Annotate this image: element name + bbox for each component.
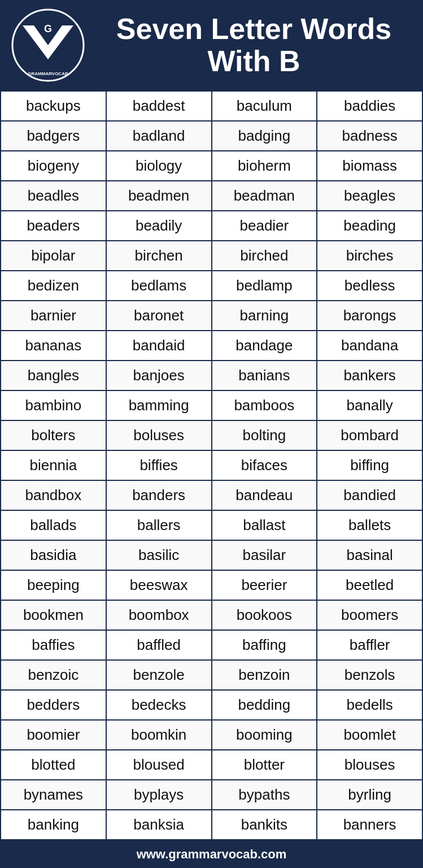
word-cell: bandeau xyxy=(212,480,317,510)
table-row: bambinobammingbamboosbanally xyxy=(1,390,422,420)
word-cell: blotted xyxy=(1,750,106,780)
table-row: banglesbanjoesbaniansbankers xyxy=(1,361,422,390)
table-row: bankingbanksiabankitsbanners xyxy=(1,810,422,840)
word-cell: biology xyxy=(106,151,212,181)
table-row: boomierboomkinboomingboomlet xyxy=(1,720,422,750)
word-cell: bangles xyxy=(1,361,106,390)
word-cell: beetled xyxy=(317,570,422,600)
word-cell: benzole xyxy=(106,660,212,690)
word-cell: biffing xyxy=(317,450,422,480)
word-cell: banders xyxy=(106,480,212,510)
word-cell: biomass xyxy=(317,151,422,181)
svg-text:GRAMMARVOCAB: GRAMMARVOCAB xyxy=(28,71,68,76)
table-row: blottedblousedblotterblouses xyxy=(1,750,422,780)
word-cell: barnier xyxy=(1,301,106,331)
word-cell: beeping xyxy=(1,570,106,600)
word-cell: bandana xyxy=(317,331,422,361)
word-cell: baddest xyxy=(106,91,212,121)
word-cell: bolting xyxy=(212,420,317,450)
word-cell: boomier xyxy=(1,720,106,750)
word-cell: bipolar xyxy=(1,241,106,271)
word-cell: blotter xyxy=(212,750,317,780)
word-cell: baffies xyxy=(1,630,106,660)
table-row: bienniabiffiesbifacesbiffing xyxy=(1,450,422,480)
word-cell: bankits xyxy=(212,810,317,840)
word-cell: ballast xyxy=(212,510,317,540)
word-cell: bombard xyxy=(317,420,422,450)
table-row: bynamesbyplaysbypathsbyrling xyxy=(1,780,422,810)
word-cell: badness xyxy=(317,121,422,151)
table-row: barnierbaronetbarningbarongs xyxy=(1,301,422,331)
word-cell: boombox xyxy=(106,600,212,630)
svg-text:G: G xyxy=(44,23,52,34)
word-cell: birches xyxy=(317,241,422,271)
word-cell: beeswax xyxy=(106,570,212,600)
word-cell: bedecks xyxy=(106,690,212,720)
word-cell: baronet xyxy=(106,301,212,331)
word-cell: boomers xyxy=(317,600,422,630)
word-cell: badgers xyxy=(1,121,106,151)
word-cell: bedders xyxy=(1,690,106,720)
header: G GRAMMARVOCAB Seven Letter Words With B xyxy=(0,0,423,90)
word-cell: barongs xyxy=(317,301,422,331)
word-cell: biffies xyxy=(106,450,212,480)
word-cell: biennia xyxy=(1,450,106,480)
footer: www.grammarvocab.com xyxy=(0,840,423,868)
word-cell: bedding xyxy=(212,690,317,720)
word-cell: bamming xyxy=(106,390,212,420)
word-cell: basidia xyxy=(1,540,106,570)
word-cell: banians xyxy=(212,361,317,390)
table-row: bedizenbedlamsbedlampbedless xyxy=(1,271,422,301)
word-cell: bedells xyxy=(317,690,422,720)
word-cell: birched xyxy=(212,241,317,271)
table-row: baffiesbaffledbaffingbaffler xyxy=(1,630,422,660)
word-cell: beading xyxy=(317,211,422,241)
word-cell: beerier xyxy=(212,570,317,600)
word-cell: beagles xyxy=(317,181,422,211)
word-table: backupsbaddestbaculumbaddiesbadgersbadla… xyxy=(0,90,423,840)
word-cell: banners xyxy=(317,810,422,840)
word-cell: bedless xyxy=(317,271,422,301)
footer-url: www.grammarvocab.com xyxy=(137,847,287,861)
table-row: bookmenboomboxbookoosboomers xyxy=(1,600,422,630)
word-cell: beadily xyxy=(106,211,212,241)
table-row: boltersbolusesboltingbombard xyxy=(1,420,422,450)
word-cell: baddies xyxy=(317,91,422,121)
word-cell: banally xyxy=(317,390,422,420)
word-cell: byplays xyxy=(106,780,212,810)
word-cell: bananas xyxy=(1,331,106,361)
word-cell: backups xyxy=(1,91,106,121)
word-cell: bolters xyxy=(1,420,106,450)
word-cell: bookoos xyxy=(212,600,317,630)
word-cell: banking xyxy=(1,810,106,840)
word-cell: blouses xyxy=(317,750,422,780)
word-cell: bankers xyxy=(317,361,422,390)
word-cell: beaders xyxy=(1,211,106,241)
word-cell: badland xyxy=(106,121,212,151)
table-row: benzoicbenzolebenzoinbenzols xyxy=(1,660,422,690)
word-cell: benzoin xyxy=(212,660,317,690)
word-cell: baffled xyxy=(106,630,212,660)
word-cell: birchen xyxy=(106,241,212,271)
word-cell: beadman xyxy=(212,181,317,211)
word-cell: bandbox xyxy=(1,480,106,510)
word-cell: bedizen xyxy=(1,271,106,301)
word-cell: booming xyxy=(212,720,317,750)
table-row: beadersbeadilybeadierbeading xyxy=(1,211,422,241)
table-row: beadlesbeadmenbeadmanbeagles xyxy=(1,181,422,211)
word-cell: bandaid xyxy=(106,331,212,361)
table-row: basidiabasilicbasilarbasinal xyxy=(1,540,422,570)
word-cell: bypaths xyxy=(212,780,317,810)
word-cell: banjoes xyxy=(106,361,212,390)
word-cell: ballads xyxy=(1,510,106,540)
word-cell: bandage xyxy=(212,331,317,361)
table-row: balladsballersballastballets xyxy=(1,510,422,540)
word-cell: basilar xyxy=(212,540,317,570)
word-cell: ballets xyxy=(317,510,422,540)
page-title: Seven Letter Words With B xyxy=(96,13,412,77)
table-row: backupsbaddestbaculumbaddies xyxy=(1,91,422,121)
logo-container: G GRAMMARVOCAB xyxy=(11,8,85,82)
table-row: bandboxbandersbandeaubandied xyxy=(1,480,422,510)
word-cell: byrling xyxy=(317,780,422,810)
table-row: biogenybiologybiohermbiomass xyxy=(1,151,422,181)
